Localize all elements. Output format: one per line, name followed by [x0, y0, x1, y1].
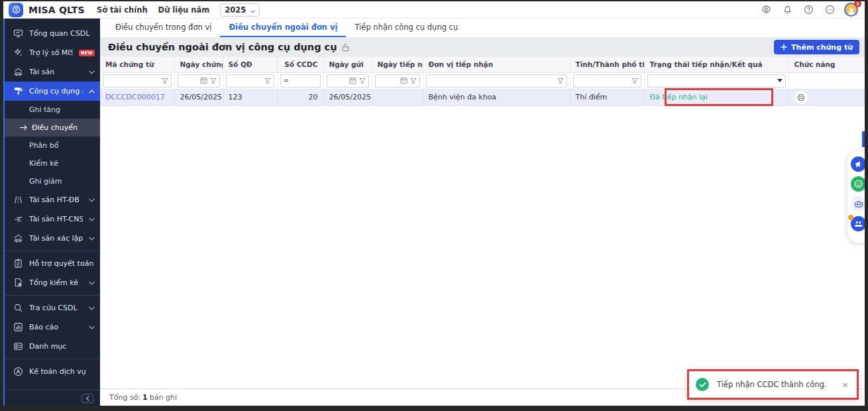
filter-so-ccdc-input[interactable]: = [280, 74, 321, 88]
close-icon[interactable]: × [840, 380, 850, 390]
tab-bar: Điều chuyển trong đơn vị Điều chuyển ngo… [100, 19, 865, 37]
announcement-icon[interactable] [851, 156, 865, 172]
sidebar-footer [5, 390, 100, 406]
settings-gear-icon[interactable] [758, 2, 774, 18]
user-avatar[interactable]: 1 [844, 3, 858, 17]
filter-ngay-tiep-nhan-input[interactable] [375, 74, 420, 88]
tab-dieu-chuyen-ngoai-don-vi[interactable]: Điều chuyển ngoài đơn vị [220, 19, 346, 37]
col-chuc-nang: Chức năng [788, 57, 865, 72]
sidebar-item-tra-cuu-csdl[interactable]: Tra cứu CSDL [5, 298, 100, 318]
bar-chart-icon [13, 322, 23, 332]
col-so-ccdc[interactable]: Số CCDC [277, 57, 323, 72]
sidebar-item-bao-cao[interactable]: Báo cáo [5, 318, 100, 337]
filter-ngay-chung-tu-input[interactable] [178, 74, 220, 88]
title-bar: Điều chuyển ngoài đơn vị công cụ dụng cụ… [100, 37, 865, 57]
page-title: Điều chuyển ngoài đơn vị công cụ dụng cụ [108, 42, 337, 52]
submenu-item-ghi-giam[interactable]: Ghi giảm [5, 172, 100, 190]
equals-operator[interactable]: = [284, 77, 289, 84]
status-badge: Đã tiếp nhận lại [650, 93, 708, 101]
misa-logo-icon[interactable] [9, 3, 23, 17]
help-question-icon[interactable] [800, 2, 816, 18]
funnel-icon[interactable] [359, 78, 366, 84]
print-icon[interactable] [794, 91, 808, 104]
funnel-icon[interactable] [631, 78, 638, 84]
tab-tiep-nhan-cong-cu-dung-cu[interactable]: Tiếp nhận công cụ dụng cụ [346, 19, 466, 37]
sidebar-item-tai-san[interactable]: Tài sản [5, 62, 100, 82]
monitor-icon [13, 29, 23, 38]
filter-ma-chung-tu-input[interactable] [103, 74, 172, 88]
year-value: 2025 [225, 5, 246, 15]
table-header-row: Mã chứng từ Ngày chứng từ Số QĐ Số CCDC … [100, 57, 865, 72]
funnel-icon[interactable] [557, 78, 564, 84]
sidebar-item-tai-san-ht-db[interactable]: Tài sản HT-ĐB [5, 190, 100, 209]
submenu-item-ghi-tang[interactable]: Ghi tăng [5, 101, 100, 119]
online-dot-badge [848, 215, 853, 220]
filter-so-qd-input[interactable] [226, 74, 274, 88]
app-title: MISA QLTS [28, 5, 85, 15]
chevron-down-icon [89, 70, 95, 74]
filter-ngay-gui-input[interactable] [327, 74, 369, 88]
calendar-icon[interactable] [349, 77, 356, 84]
col-don-vi-tiep-nhan[interactable]: Đơn vị tiếp nhận [423, 57, 570, 72]
robot-assistant-icon[interactable] [851, 196, 865, 211]
toast-notification: Tiếp nhận CCDC thành công. × [687, 369, 859, 400]
asset-icon [13, 67, 23, 77]
col-trang-thai[interactable]: Trạng thái tiếp nhận/Kết quả [644, 57, 788, 72]
submenu-item-kiem-ke[interactable]: Kiểm kê [5, 154, 100, 172]
side-panel-tab[interactable] [862, 131, 865, 147]
filter-trang-thai-select[interactable] [647, 74, 786, 88]
sidebar-item-cong-cu-dung-cu[interactable]: Công cụ dụng cụ [5, 82, 100, 101]
sidebar-item-tai-san-xac-lap[interactable]: Tài sản xác lập [5, 229, 100, 248]
table-row[interactable]: DCCCDC000017 26/05/2025 123 20 26/05/202… [100, 89, 865, 105]
col-ngay-tiep-nhan[interactable]: Ngày tiếp nhận [372, 57, 423, 72]
sidebar-item-ho-tro-quyet-toan[interactable]: Hỗ trợ quyết toán [5, 254, 100, 273]
year-selector[interactable]: 2025 [220, 3, 260, 17]
col-tinh-thanh-pho[interactable]: Tỉnh/Thành phố tiếp nhận [570, 57, 644, 72]
unlock-icon[interactable] [341, 43, 350, 52]
year-stepper-icon[interactable] [250, 6, 255, 13]
submenu-item-dieu-chuyen[interactable]: Điều chuyển [5, 119, 100, 137]
sidebar-divider [5, 295, 100, 296]
sidebar-item-tong-quan-csdl[interactable]: Tổng quan CSDL [5, 24, 100, 43]
calendar-icon[interactable] [200, 77, 207, 84]
filter-tinh-thanh-pho-input[interactable] [573, 74, 641, 88]
community-people-icon[interactable] [851, 216, 865, 231]
add-document-button[interactable]: Thêm chứng từ [774, 40, 859, 54]
floating-support-widget [847, 151, 865, 243]
sidebar-item-tong-kiem-ke[interactable]: Tổng kiểm kê [5, 273, 100, 292]
more-options-icon[interactable] [822, 2, 838, 18]
org-name: Sở tài chính [97, 5, 148, 15]
calendar-icon[interactable] [400, 77, 407, 84]
chevron-down-icon [89, 237, 95, 241]
col-ngay-chung-tu[interactable]: Ngày chứng từ [174, 57, 223, 72]
notifications-bell-icon[interactable] [779, 2, 795, 18]
notification-count-badge: 1 [854, 1, 861, 7]
sidebar-item-danh-muc[interactable]: Danh mục [5, 337, 100, 356]
faucet-icon [13, 214, 23, 224]
circle-a-icon [13, 367, 23, 377]
funnel-icon[interactable] [264, 78, 271, 84]
active-arrow-icon [19, 125, 28, 131]
funnel-icon[interactable] [162, 78, 168, 84]
topbar: MISA QLTS Sở tài chính Dữ liệu năm 2025 [3, 1, 865, 19]
document-link[interactable]: DCCCDC000017 [105, 93, 165, 101]
funnel-icon[interactable] [210, 78, 217, 84]
funnel-icon[interactable] [410, 78, 417, 84]
main-content: Điều chuyển trong đơn vị Điều chuyển ngo… [100, 19, 865, 406]
submenu-item-phan-bo[interactable]: Phân bổ [5, 137, 100, 154]
table-filter-row: = [100, 72, 865, 89]
chevron-down-icon [89, 281, 95, 285]
col-so-qd[interactable]: Số QĐ [223, 57, 277, 72]
sidebar-collapse-button[interactable] [81, 394, 93, 403]
sidebar-item-tro-ly-so-misa-ava[interactable]: Trợ lý số MISA AVA NEW [5, 43, 100, 62]
paint-roller-icon [13, 86, 23, 96]
sidebar-item-ke-toan-dich-vu[interactable]: Kế toán dịch vụ [5, 362, 100, 381]
chat-smiley-icon[interactable] [851, 176, 865, 192]
success-check-icon [696, 378, 709, 391]
caret-down-icon [777, 79, 783, 82]
filter-don-vi-tiep-nhan-input[interactable] [426, 74, 567, 88]
col-ngay-gui[interactable]: Ngày gửi [323, 57, 372, 72]
sidebar-item-tai-san-ht-cns[interactable]: Tài sản HT-CNS [5, 209, 100, 229]
col-ma-chung-tu[interactable]: Mã chứng từ [100, 57, 174, 72]
tab-dieu-chuyen-trong-don-vi[interactable]: Điều chuyển trong đơn vị [107, 19, 220, 37]
